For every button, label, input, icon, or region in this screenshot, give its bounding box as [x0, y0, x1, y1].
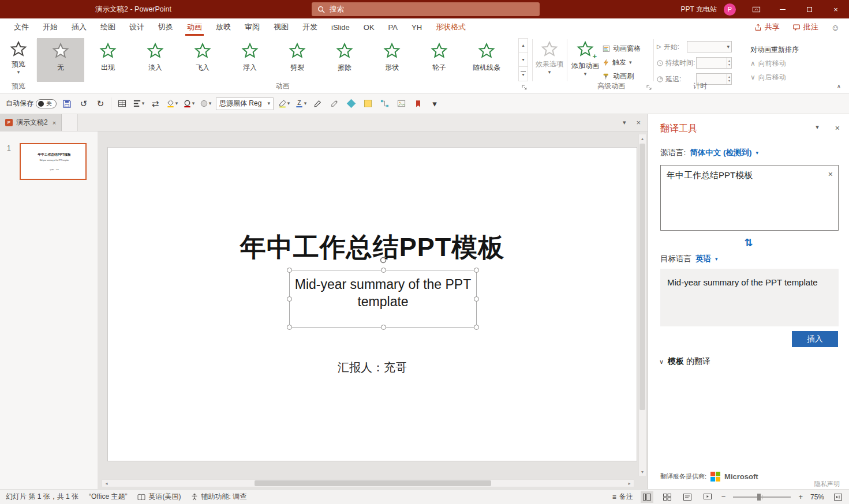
font-name-combobox[interactable]: 思源黑体 Reg ▾	[216, 97, 274, 110]
animation-wheel[interactable]: 轮子	[416, 38, 463, 82]
zoom-slider-thumb[interactable]	[757, 494, 761, 501]
highlight-yellow-button[interactable]	[361, 97, 374, 111]
animation-fly-in[interactable]: 飞入	[179, 38, 226, 82]
text-highlight-button[interactable]: ▾	[278, 97, 290, 111]
tab-draw[interactable]: 绘图	[93, 18, 122, 36]
subtitle-text[interactable]: Mid-year summary of the PPT template	[290, 276, 476, 310]
duration-spinner-icon[interactable]: ▴▾	[727, 58, 731, 68]
tab-ok[interactable]: OK	[357, 18, 382, 36]
gallery-more-button[interactable]: ▾	[518, 67, 528, 81]
tab-transitions[interactable]: 切换	[151, 18, 180, 36]
source-text-input[interactable]: 年中工作总结PPT模板	[660, 165, 839, 231]
theme-name[interactable]: “Office 主题”	[89, 492, 127, 502]
tab-review[interactable]: 审阅	[238, 18, 267, 36]
slideshow-view-button[interactable]	[701, 491, 714, 503]
resize-handle-bottom-left[interactable]	[287, 325, 292, 330]
zoom-in-icon[interactable]: +	[798, 492, 803, 501]
source-language-value[interactable]: 简体中文 (检测到)	[690, 148, 751, 158]
tab-file[interactable]: 文件	[7, 18, 36, 36]
connector-button[interactable]	[378, 97, 391, 111]
avatar[interactable]: P	[724, 3, 736, 16]
zoom-level[interactable]: 75%	[810, 493, 824, 501]
new-document-tab[interactable]	[62, 114, 78, 131]
search-box[interactable]: 搜索	[312, 2, 540, 16]
animation-float-in[interactable]: 浮入	[226, 38, 274, 82]
proofing-status[interactable]: 英语(美国)	[137, 492, 181, 502]
add-animation-button[interactable]: + 添加动画 ▾	[570, 40, 600, 77]
resize-handle-top-right[interactable]	[474, 268, 479, 273]
insert-button[interactable]: 插入	[792, 331, 838, 347]
shape-diamond-button[interactable]	[345, 97, 357, 111]
panel-dropdown-icon[interactable]: ▾	[816, 123, 819, 133]
preview-dropdown-icon[interactable]: ▾	[17, 70, 20, 75]
animation-appear[interactable]: 出现	[84, 38, 132, 82]
tab-animations[interactable]: 动画	[180, 18, 209, 36]
accessibility-status[interactable]: 辅助功能: 调查	[191, 492, 246, 502]
tab-shape-format[interactable]: 形状格式	[429, 18, 473, 36]
tab-home[interactable]: 开始	[36, 18, 65, 36]
redo-button[interactable]: ↻	[94, 97, 107, 111]
word-translations-expander[interactable]: ∨ 模板 的翻译	[659, 356, 710, 367]
animation-random-bars[interactable]: 随机线条	[463, 38, 510, 82]
autosave-switch-icon[interactable]: 关	[36, 99, 57, 108]
target-language-dropdown-icon[interactable]: ▾	[715, 256, 718, 262]
panel-close-icon[interactable]: ×	[835, 123, 840, 133]
collapse-ribbon-icon[interactable]: ∧	[837, 83, 841, 89]
resize-handle-bottom-right[interactable]	[474, 325, 479, 330]
bookmark-button[interactable]	[412, 97, 424, 111]
slide-title-text[interactable]: 年中工作总结PPT模板	[108, 230, 637, 265]
trigger-button[interactable]: 触发 ▾	[603, 55, 653, 69]
slide-sorter-view-button[interactable]	[661, 491, 674, 503]
pen-button[interactable]	[311, 97, 324, 111]
account-name[interactable]: PPT 充电站	[681, 5, 717, 14]
move-later-button[interactable]: ∨ 向后移动	[750, 70, 799, 84]
tab-islide[interactable]: iSlide	[324, 18, 357, 36]
draw-table-button[interactable]	[115, 97, 128, 111]
resize-handle-top-left[interactable]	[287, 268, 292, 273]
share-button[interactable]: 共享	[754, 22, 780, 32]
maximize-button[interactable]	[796, 0, 822, 18]
translation-result[interactable]: Mid-year summary of the PPT template	[660, 269, 839, 326]
align-objects-button[interactable]: ▾	[132, 97, 145, 111]
close-button[interactable]: ×	[822, 0, 849, 18]
shape-effects-button[interactable]: ▾	[199, 97, 212, 111]
tab-insert[interactable]: 插入	[65, 18, 93, 36]
animation-shape[interactable]: 形状	[368, 38, 416, 82]
autosave-toggle[interactable]: 自动保存 关	[6, 99, 57, 108]
animation-none[interactable]: 无	[37, 38, 84, 82]
reading-view-button[interactable]	[681, 491, 694, 503]
tab-yh[interactable]: YH	[405, 18, 429, 36]
move-earlier-button[interactable]: ∧ 向前移动	[750, 57, 799, 70]
animation-pane-button[interactable]: 动画窗格	[603, 42, 653, 55]
insert-picture-button[interactable]	[395, 97, 407, 111]
source-language-dropdown-icon[interactable]: ▾	[756, 150, 759, 156]
resize-handle-bottom[interactable]	[381, 325, 386, 330]
tab-view[interactable]: 视图	[267, 18, 296, 36]
normal-view-button[interactable]	[641, 491, 653, 503]
advanced-dialog-launcher-icon[interactable]	[646, 85, 652, 91]
comments-button[interactable]: 批注	[792, 22, 818, 32]
zoom-slider[interactable]	[733, 497, 791, 498]
resize-handle-right[interactable]	[474, 296, 479, 302]
start-combobox[interactable]: ▾	[687, 41, 732, 52]
fill-color-button[interactable]: ▾	[166, 97, 178, 111]
eyedropper-button[interactable]	[328, 97, 341, 111]
vertical-scroll-thumb[interactable]	[639, 144, 645, 410]
animation-wipe[interactable]: 擦除	[321, 38, 368, 82]
document-close-icon[interactable]: ×	[636, 118, 641, 127]
selected-textbox[interactable]: Mid-year summary of the PPT template	[289, 270, 477, 328]
document-tab[interactable]: P 演示文稿2 ×	[0, 114, 62, 131]
presenter-text[interactable]: 汇报人：充哥	[108, 360, 637, 375]
horizontal-scrollbar[interactable]: ◂ ▸	[102, 479, 634, 487]
clear-source-icon[interactable]: ×	[828, 170, 833, 179]
save-button[interactable]	[61, 97, 73, 111]
document-tab-close-icon[interactable]: ×	[53, 119, 56, 126]
vertical-scrollbar[interactable]: ▴ ▾	[638, 134, 646, 476]
slide-counter[interactable]: 幻灯片 第 1 张，共 1 张	[6, 492, 78, 502]
minimize-button[interactable]	[769, 0, 796, 18]
duration-spinbox[interactable]: ▴▾	[696, 57, 732, 69]
animation-fade[interactable]: 淡入	[132, 38, 179, 82]
privacy-statement-link[interactable]: 隐私声明	[814, 480, 840, 488]
gallery-scroll-up[interactable]: ▴	[518, 38, 528, 52]
scroll-down-icon[interactable]: ▾	[639, 468, 646, 476]
